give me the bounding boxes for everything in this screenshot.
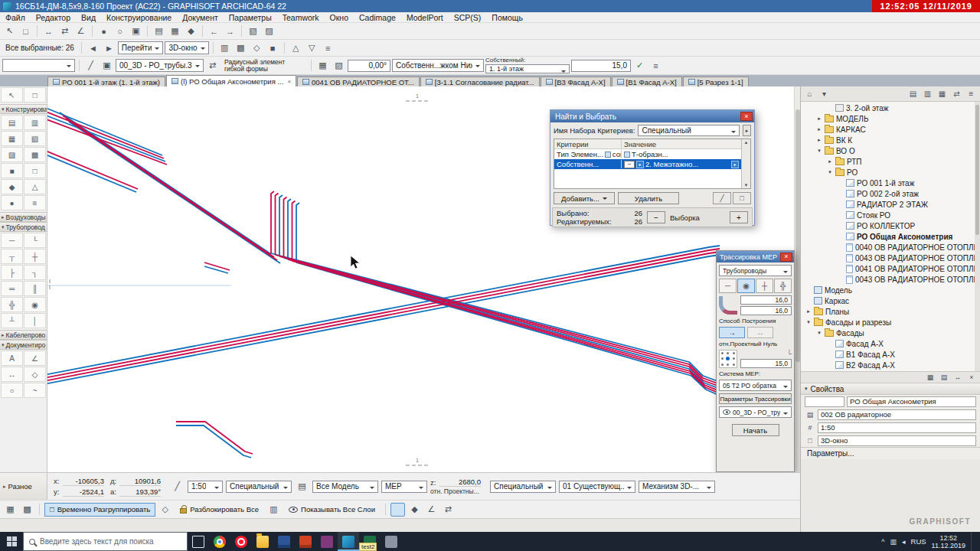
wall-tool-icon[interactable] bbox=[1, 115, 23, 130]
routing-options-button[interactable]: Параметры Трассировки bbox=[719, 393, 792, 404]
start-routing-button[interactable]: Начать bbox=[732, 424, 779, 436]
scale-combo[interactable]: 1:50 bbox=[188, 481, 223, 493]
toolbox-section-cabling[interactable]: Кабелепрово bbox=[0, 330, 47, 340]
layer-combo[interactable]: 01 Существующ... bbox=[559, 481, 635, 493]
onenote-button[interactable] bbox=[316, 532, 338, 551]
line-tool-icon[interactable] bbox=[1, 367, 23, 382]
snap-icon[interactable] bbox=[184, 24, 198, 38]
file-explorer-button[interactable] bbox=[252, 532, 273, 551]
grid-icon[interactable] bbox=[168, 24, 182, 38]
unlock-all-button[interactable]: Разблокировать Все bbox=[175, 503, 264, 517]
view-settings-icon[interactable] bbox=[234, 41, 248, 55]
tree-item[interactable]: ВО О bbox=[801, 145, 980, 156]
publisher-icon[interactable] bbox=[950, 88, 963, 100]
autogroup-icon[interactable] bbox=[20, 503, 34, 517]
menu-teamwork[interactable]: Teamwork bbox=[277, 12, 325, 23]
toolbox-section-design[interactable]: Конструирова bbox=[0, 104, 47, 114]
expand-arrow-icon[interactable] bbox=[827, 158, 833, 165]
close-icon[interactable] bbox=[780, 253, 792, 262]
tee-shape-icon[interactable] bbox=[756, 279, 773, 293]
route-direction-alt-icon[interactable] bbox=[747, 327, 773, 338]
mesh-tool-icon[interactable] bbox=[1, 179, 23, 194]
menu-help[interactable]: Помощь bbox=[486, 12, 528, 23]
offset-combo[interactable]: Собственн...жком Ниже bbox=[392, 59, 484, 72]
beam-tool-icon[interactable] bbox=[1, 147, 23, 162]
tree-item[interactable]: Фасады и разрезы bbox=[801, 317, 980, 328]
sun-icon[interactable] bbox=[305, 41, 319, 55]
scale-field[interactable]: 1:50 bbox=[818, 422, 976, 433]
network-icon[interactable] bbox=[890, 538, 897, 546]
close-icon[interactable] bbox=[740, 112, 753, 121]
tree-item[interactable]: Планы bbox=[801, 306, 980, 317]
tree-item[interactable]: РО КОЛЛЕКТОР bbox=[801, 220, 980, 231]
dialog-title-bar[interactable]: Найти и Выбрать bbox=[550, 110, 754, 122]
tree-item[interactable]: Каркас bbox=[801, 295, 980, 306]
tree-item[interactable]: Модель bbox=[801, 285, 980, 295]
spline-tool-icon[interactable] bbox=[24, 383, 46, 398]
tree-item[interactable]: 0041 ОВ РАДИАТОРНОЕ ОТОПЛЕНИЕ ТРУБА И ИЗ bbox=[801, 263, 980, 274]
toolbox-section-document[interactable]: Документиро bbox=[0, 340, 47, 350]
tree-item[interactable]: Фасад А-Х bbox=[801, 338, 980, 349]
group-icon[interactable] bbox=[3, 503, 18, 517]
shell-tool-icon[interactable] bbox=[24, 179, 46, 194]
powerpoint-button[interactable] bbox=[295, 532, 316, 551]
mep-type-combo[interactable]: Трубопроводы bbox=[719, 265, 792, 276]
view-id-field[interactable] bbox=[805, 396, 844, 407]
pipe-fitting-tool-icon[interactable] bbox=[1, 297, 23, 312]
find-select-icon[interactable] bbox=[246, 24, 260, 38]
rotate-icon[interactable] bbox=[74, 24, 88, 38]
pipe-flexible-tool-icon[interactable] bbox=[1, 281, 23, 296]
criteria-set-menu-icon[interactable] bbox=[743, 125, 751, 136]
fill-tool-icon[interactable] bbox=[24, 367, 46, 382]
z-value[interactable]: 2680,0 bbox=[439, 478, 481, 487]
notification-center-edge[interactable] bbox=[971, 532, 976, 551]
tree-item[interactable]: ВК К bbox=[801, 135, 980, 145]
pick-up-settings-icon[interactable] bbox=[713, 192, 731, 204]
archicad-button[interactable] bbox=[338, 532, 359, 551]
collapse-arrow-icon[interactable] bbox=[805, 319, 812, 325]
deselect-button[interactable] bbox=[647, 211, 665, 223]
construction-method-icon[interactable] bbox=[332, 59, 346, 73]
list-icon[interactable] bbox=[321, 41, 335, 55]
y-value[interactable]: -2524,1 bbox=[63, 487, 104, 497]
move-item-icon[interactable] bbox=[952, 372, 964, 383]
navigator-settings-button[interactable]: Параметры... bbox=[801, 447, 980, 459]
menu-options[interactable]: Параметры bbox=[224, 12, 277, 23]
navigator-options-icon[interactable] bbox=[965, 88, 978, 100]
expand-arrow-icon[interactable] bbox=[816, 116, 822, 122]
more-options-icon[interactable] bbox=[648, 59, 663, 73]
model-filter-combo[interactable]: Все Модель bbox=[312, 481, 378, 493]
table-scrollbar[interactable] bbox=[741, 139, 750, 188]
tree-item[interactable]: 3. 2-ой этаж bbox=[801, 103, 980, 113]
task-view-button[interactable] bbox=[188, 532, 209, 551]
word-button[interactable] bbox=[273, 532, 295, 551]
goto-combo[interactable]: Перейти bbox=[118, 41, 164, 54]
menu-file[interactable]: Файл bbox=[0, 12, 31, 23]
view-name-combo[interactable]: 00_3D - РО_трубы.3D bbox=[116, 59, 204, 72]
expand-value-icon[interactable] bbox=[636, 161, 644, 168]
favorites-combo[interactable] bbox=[2, 59, 75, 72]
start-button[interactable] bbox=[0, 532, 23, 551]
layer-settings-icon[interactable] bbox=[295, 480, 309, 494]
column-tool-icon[interactable] bbox=[24, 131, 46, 146]
pipe-cross-tool-icon[interactable] bbox=[24, 249, 46, 264]
magic-wand-icon[interactable] bbox=[262, 24, 276, 38]
object-tool-icon[interactable] bbox=[1, 195, 23, 210]
tree-item[interactable]: РО 002 2-ой этаж bbox=[801, 188, 980, 199]
pipe-branch-tool-icon[interactable] bbox=[1, 265, 23, 280]
taskbar-search-input[interactable]: Введите здесь текст для поиска bbox=[23, 532, 188, 551]
mep-system-combo[interactable]: 05 Т2 РО обратка bbox=[719, 380, 792, 391]
round-section-icon[interactable] bbox=[737, 279, 755, 293]
taskbar-clock[interactable]: 12:52 11.12.2019 bbox=[932, 534, 965, 549]
stair-tool-icon[interactable] bbox=[1, 163, 23, 178]
opera-button[interactable] bbox=[230, 532, 252, 551]
project-chooser-icon[interactable] bbox=[803, 88, 816, 100]
tab-layout-0041[interactable]: 0041 ОВ РАДИАТОРНОЕ ОТ... bbox=[297, 77, 420, 86]
tab-plan[interactable]: РО 001 1-й этаж (1. 1-й этаж) bbox=[47, 77, 165, 86]
marquee-tool-icon[interactable] bbox=[24, 87, 46, 103]
pipe-bend-tool-icon[interactable] bbox=[24, 233, 46, 248]
criteria-row-home-story[interactable]: Собственн... −2. Межэтажно... bbox=[554, 159, 741, 169]
zoom-in-icon[interactable] bbox=[96, 24, 111, 38]
tab-elevation-b3[interactable]: [В3 Фасад А-Х] bbox=[541, 77, 611, 86]
element-settings-icon[interactable] bbox=[100, 59, 114, 73]
